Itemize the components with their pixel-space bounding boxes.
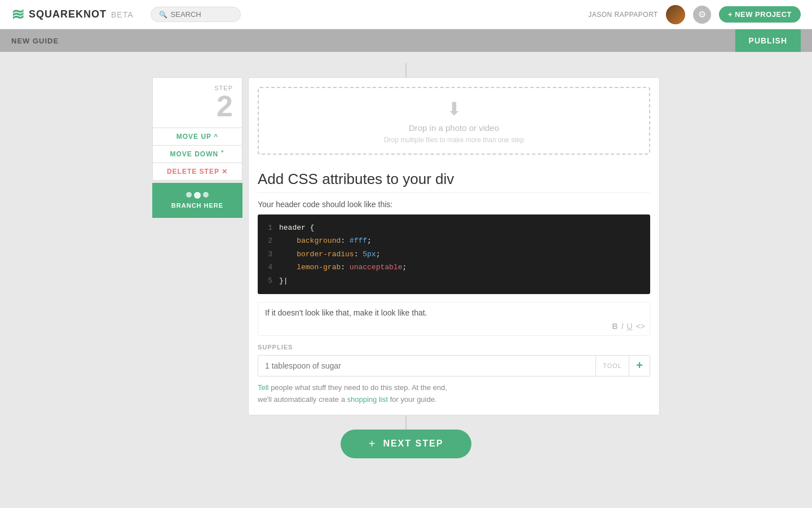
download-icon: ⬇	[447, 98, 462, 120]
branch-icon	[159, 192, 236, 199]
code-content-2: background: #fff;	[279, 234, 372, 247]
line-number-4: 4	[264, 261, 272, 274]
italic-button[interactable]: I	[621, 322, 624, 331]
step-number: 2	[162, 91, 233, 121]
code-button[interactable]: <>	[636, 322, 645, 331]
main-content: STEP 2 MOVE UP ^ MOVE DOWN ˅ DELETE STEP…	[0, 52, 812, 458]
hint-tell-link[interactable]: Tell	[258, 383, 269, 392]
delete-step-label: DELETE STEP ✕	[167, 168, 228, 176]
guide-title: NEW GUIDE	[11, 37, 59, 45]
line-number-5: 5	[264, 274, 272, 287]
dropzone-main-text: Drop in a photo or video	[409, 123, 499, 133]
branch-dot-2	[194, 192, 201, 199]
hint-text-2: for your guide.	[388, 395, 437, 404]
left-panel: STEP 2 MOVE UP ^ MOVE DOWN ˅ DELETE STEP…	[152, 77, 242, 218]
prose-toolbar: B I U <>	[612, 322, 646, 331]
move-down-label: MOVE DOWN ˅	[170, 150, 225, 158]
brand-name: SQUAREKNOT	[29, 8, 107, 20]
next-step-button[interactable]: + NEXT STEP	[341, 430, 472, 458]
branch-dot-3	[203, 192, 209, 198]
code-line-4: 4 lemon-grab: unacceptable;	[264, 261, 643, 274]
next-step-plus-icon: +	[369, 437, 377, 450]
tool-button[interactable]: TOOL	[595, 355, 629, 376]
add-supply-button[interactable]: +	[629, 355, 650, 376]
gear-icon: ⚙	[698, 9, 706, 20]
step-number-box: STEP 2	[152, 77, 242, 128]
search-bar[interactable]: 🔍	[151, 7, 241, 22]
line-number-2: 2	[264, 234, 272, 247]
connector-bottom	[405, 415, 407, 430]
dropzone[interactable]: ⬇ Drop in a photo or video Drop multiple…	[258, 87, 650, 155]
bold-button[interactable]: B	[612, 322, 618, 331]
nav-right: JASON RAPPAPORT ⚙ + NEW PROJECT	[588, 5, 801, 24]
supplies-label: SUPPLIES	[258, 344, 650, 351]
step-title[interactable]: Add CSS attributes to your div	[258, 164, 650, 193]
branch-button[interactable]: BRANCH HERE	[152, 183, 242, 218]
line-number-3: 3	[264, 248, 272, 261]
branch-dot-1	[186, 192, 192, 198]
next-step-label: NEXT STEP	[383, 439, 443, 449]
code-line-1: 1 header {	[264, 221, 643, 234]
move-up-button[interactable]: MOVE UP ^	[152, 128, 242, 146]
code-content-4: lemon-grab: unacceptable;	[279, 261, 407, 274]
brand-icon: ≋	[11, 5, 24, 24]
code-line-5: 5 }|	[264, 274, 643, 287]
tool-label: TOOL	[603, 362, 622, 369]
brand-beta: BETA	[111, 10, 134, 19]
bottom-area: + NEXT STEP	[341, 415, 472, 458]
code-content-1: header {	[279, 221, 314, 234]
top-nav: ≋ SQUAREKNOT BETA 🔍 JASON RAPPAPORT ⚙ + …	[0, 0, 812, 29]
avatar[interactable]	[666, 5, 685, 24]
new-project-button[interactable]: + NEW PROJECT	[719, 6, 801, 23]
underline-button[interactable]: U	[627, 322, 633, 331]
move-down-button[interactable]: MOVE DOWN ˅	[152, 146, 242, 163]
delete-step-button[interactable]: DELETE STEP ✕	[152, 163, 242, 181]
step-layout: STEP 2 MOVE UP ^ MOVE DOWN ˅ DELETE STEP…	[152, 77, 660, 415]
guide-bar: NEW GUIDE PUBLISH	[0, 29, 812, 52]
step-card: ⬇ Drop in a photo or video Drop multiple…	[248, 77, 660, 415]
line-number-1: 1	[264, 221, 272, 234]
branch-label: BRANCH HERE	[159, 202, 236, 209]
connector-top	[405, 63, 407, 77]
supplies-input-row: TOOL +	[258, 355, 650, 376]
code-content-5: }|	[279, 274, 288, 287]
settings-button[interactable]: ⚙	[693, 6, 711, 24]
prose-area[interactable]: If it doesn't look like that, make it lo…	[258, 302, 650, 336]
avatar-image	[666, 5, 685, 24]
move-up-label: MOVE UP ^	[176, 133, 218, 141]
add-supply-icon: +	[636, 359, 643, 372]
user-name: JASON RAPPAPORT	[588, 11, 658, 19]
code-line-2: 2 background: #fff;	[264, 234, 643, 247]
new-project-label: + NEW PROJECT	[728, 10, 792, 19]
publish-label: PUBLISH	[749, 36, 787, 45]
brand-logo[interactable]: ≋ SQUAREKNOT BETA	[11, 5, 134, 24]
code-block: 1 header { 2 background: #fff; 3 border-…	[258, 214, 650, 294]
step-content: Add CSS attributes to your div Your head…	[249, 164, 659, 415]
prose-text: If it doesn't look like that, make it lo…	[265, 308, 427, 317]
supplies-input[interactable]	[258, 355, 595, 376]
hint-shopping-link[interactable]: shopping list	[347, 395, 388, 404]
search-input[interactable]	[171, 10, 232, 19]
publish-button[interactable]: PUBLISH	[735, 29, 801, 52]
search-icon: 🔍	[159, 11, 167, 19]
step-description: Your header code should look like this:	[258, 200, 650, 209]
code-line-3: 3 border-radius: 5px;	[264, 248, 643, 261]
supplies-hint: Tell people what stuff they need to do t…	[258, 382, 650, 406]
code-content-3: border-radius: 5px;	[279, 248, 380, 261]
dropzone-sub-text: Drop multiple files to make more than on…	[384, 136, 524, 144]
